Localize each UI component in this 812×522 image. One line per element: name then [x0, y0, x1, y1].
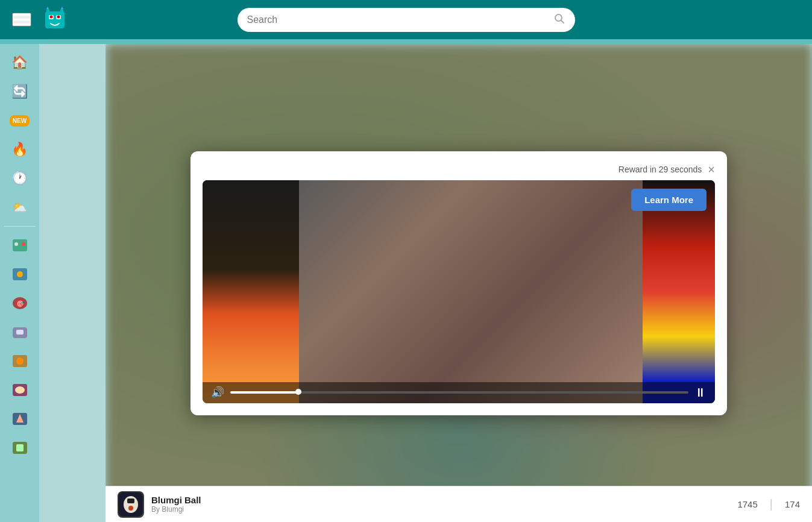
sidebar-item-new[interactable]: NEW [7, 108, 33, 133]
sidebar-item-refresh[interactable]: 🔄 [7, 79, 33, 104]
volume-icon[interactable]: 🔊 [211, 386, 224, 399]
game-info-text: Blumgi Ball By Blumgi [151, 495, 201, 514]
svg-rect-30 [127, 498, 134, 503]
sidebar-item-hot[interactable]: 🔥 [7, 137, 33, 162]
search-input[interactable] [247, 14, 549, 25]
svg-point-13 [22, 242, 25, 246]
video-progress-bar[interactable] [230, 391, 688, 394]
sidebar: 🏠 🔄 NEW 🔥 🕐 ⛅ 🎯 [0, 44, 39, 522]
logo-area [40, 5, 69, 34]
svg-point-31 [128, 506, 133, 511]
video-center-frame [299, 180, 643, 403]
svg-line-10 [561, 20, 564, 23]
game-title: Blumgi Ball [151, 495, 201, 505]
ad-top-bar: Reward in 29 seconds × [203, 163, 715, 175]
video-left-frame [203, 180, 299, 403]
pause-button[interactable]: ⏸ [694, 386, 707, 400]
svg-point-15 [17, 271, 23, 277]
sub-bar [0, 39, 812, 44]
likes-count: 174 [785, 499, 800, 509]
video-right-frame [643, 180, 715, 403]
svg-text:🎯: 🎯 [15, 299, 24, 308]
video-controls: 🔊 ⏸ [203, 382, 715, 403]
game-stats: 1745 | 174 [737, 497, 800, 511]
sidebar-divider [4, 226, 36, 227]
svg-rect-19 [16, 330, 24, 335]
video-progress-fill [230, 391, 299, 394]
svg-point-21 [16, 357, 24, 365]
game-thumbnail [118, 491, 144, 518]
svg-marker-8 [61, 7, 63, 9]
left-panel [39, 44, 105, 522]
svg-rect-11 [13, 239, 27, 251]
svg-point-4 [57, 15, 60, 18]
svg-point-23 [15, 386, 25, 394]
svg-point-3 [50, 15, 53, 18]
sidebar-item-home[interactable]: 🏠 [7, 50, 33, 75]
sidebar-item-game4[interactable] [7, 319, 33, 345]
sidebar-item-game6[interactable] [7, 377, 33, 403]
svg-rect-6 [60, 9, 63, 14]
logo-icon [40, 5, 69, 34]
header [0, 0, 812, 39]
reward-timer-text: Reward in 29 seconds [618, 165, 702, 174]
svg-marker-7 [46, 7, 49, 9]
search-icon [553, 13, 565, 27]
svg-point-12 [14, 242, 18, 246]
svg-rect-27 [16, 444, 24, 451]
sidebar-item-game8[interactable] [7, 435, 33, 461]
video-player[interactable]: Learn More 🔊 ⏸ [203, 180, 715, 403]
sidebar-item-game1[interactable] [7, 233, 33, 258]
learn-more-button[interactable]: Learn More [631, 189, 707, 211]
sidebar-item-game7[interactable] [7, 406, 33, 432]
sidebar-item-game5[interactable] [7, 348, 33, 374]
stats-divider: | [770, 497, 773, 511]
svg-rect-5 [46, 9, 49, 14]
ad-overlay: Reward in 29 seconds × Learn More 🔊 [190, 151, 727, 415]
layout: 🏠 🔄 NEW 🔥 🕐 ⛅ 🎯 [0, 44, 812, 522]
game-info-bar: Blumgi Ball By Blumgi 1745 | 174 [105, 486, 812, 522]
video-progress-thumb [295, 389, 301, 395]
search-wrapper [238, 8, 575, 32]
game-author: By Blumgi [151, 505, 201, 514]
sidebar-item-game2[interactable] [7, 262, 33, 287]
sidebar-item-cloud[interactable]: ⛅ [7, 195, 33, 220]
plays-count: 1745 [737, 499, 757, 509]
search-container [238, 8, 575, 32]
sidebar-item-recent[interactable]: 🕐 [7, 166, 33, 191]
hamburger-button[interactable] [12, 13, 31, 27]
main-content: Reward in 29 seconds × Learn More 🔊 [105, 44, 812, 522]
close-ad-button[interactable]: × [708, 163, 715, 175]
sidebar-item-game3[interactable]: 🎯 [7, 291, 33, 316]
